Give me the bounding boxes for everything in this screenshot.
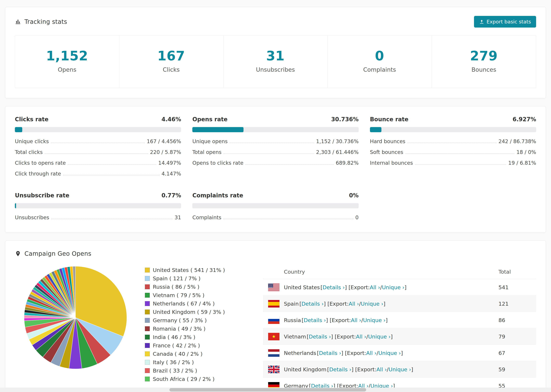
metric-row: Total clicks220 / 5.87% <box>15 147 181 158</box>
metric-value: 14.497% <box>158 160 181 166</box>
export-basic-stats-button[interactable]: Export basic stats <box>474 16 536 28</box>
export-unique-link[interactable]: Unique › <box>389 366 411 372</box>
legend-item: Canada ( 40 / 2% ) <box>145 351 251 357</box>
metric-value: 1,152 / 30.736% <box>316 138 359 144</box>
stat-label: Opens <box>15 66 119 73</box>
map-pin-icon <box>15 251 21 257</box>
stat-box-bounces: 279Bounces <box>432 35 536 88</box>
details-link[interactable]: Details › <box>309 334 331 340</box>
export-unique-link[interactable]: Unique › <box>378 350 401 356</box>
rate-title: Bounce rate <box>370 116 409 123</box>
legend-label: Germany ( 55 / 3% ) <box>153 317 207 323</box>
export-unique-link[interactable]: Unique › <box>361 301 383 307</box>
export-all-link[interactable]: All › <box>366 350 377 356</box>
metric-row: Opens to clicks rate689.82% <box>192 158 359 168</box>
export-unique-link[interactable]: Unique › <box>382 284 404 290</box>
details-link[interactable]: Details › <box>304 317 326 323</box>
table-row-vietnam: Vietnam [Details ›] [Export: All › / Uni… <box>263 328 536 345</box>
link-bracket: ] <box>383 301 385 307</box>
geo-pie-wrap <box>22 265 128 392</box>
metric-label: Soft bounces <box>370 149 403 155</box>
horizontal-scrollbar-thumb[interactable] <box>170 388 366 392</box>
details-link[interactable]: Details › <box>302 301 324 307</box>
details-link[interactable]: Details › <box>323 284 345 290</box>
legend-label: Italy ( 36 / 2% ) <box>153 359 194 365</box>
country-name: United States <box>284 284 320 290</box>
geo-section-title: Campaign Geo Opens <box>24 250 91 257</box>
metric-label: Total clicks <box>15 149 42 155</box>
export-unique-link[interactable]: Unique › <box>368 334 391 340</box>
dotted-leader <box>230 143 314 143</box>
metric-label: Unique opens <box>192 138 228 144</box>
metric-label: Opens to clicks rate <box>192 160 243 166</box>
metric-label: Internal bounces <box>370 160 413 166</box>
link-bracket: ] [Export: <box>345 284 370 290</box>
dotted-leader <box>63 175 160 175</box>
country-name: United Kingdom <box>284 366 326 372</box>
link-bracket: ] [Export: <box>341 350 366 356</box>
progress-bar <box>15 127 181 132</box>
details-link[interactable]: Details › <box>319 350 341 356</box>
legend-swatch <box>145 343 150 348</box>
country-total: 121 <box>498 301 531 307</box>
dotted-leader <box>45 154 148 154</box>
metric-value: 167 / 4.456% <box>147 138 181 144</box>
progress-fill <box>15 203 16 208</box>
legend-item: United Kingdom ( 59 / 3% ) <box>145 309 251 315</box>
metric-row: Total opens2,303 / 61.446% <box>192 147 359 158</box>
metric-value: 0 <box>355 215 359 220</box>
legend-item: India ( 46 / 3% ) <box>145 334 251 340</box>
link-bracket: / <box>376 350 378 356</box>
export-button-label: Export basic stats <box>487 19 531 25</box>
dotted-leader <box>245 164 334 165</box>
tracking-stats-page: Tracking stats Export basic stats 1,152O… <box>0 0 551 392</box>
export-all-link[interactable]: All › <box>351 317 361 323</box>
progress-fill <box>15 127 22 132</box>
tracking-stats-card: Tracking stats Export basic stats 1,152O… <box>5 7 546 98</box>
link-bracket: / <box>366 334 368 340</box>
stat-box-clicks: 167Clicks <box>119 35 224 88</box>
legend-swatch <box>145 268 150 273</box>
rate-title: Unsubscribe rate <box>15 192 69 199</box>
details-link[interactable]: Details › <box>329 366 352 372</box>
geo-opens-card: Campaign Geo Opens United States ( 541 /… <box>5 240 546 392</box>
link-bracket: / <box>361 317 363 323</box>
nl-flag-icon <box>268 349 279 357</box>
export-all-link[interactable]: All › <box>376 366 387 372</box>
legend-swatch <box>145 309 150 314</box>
stat-value: 31 <box>224 48 327 63</box>
rate-value: 0.77% <box>162 192 181 199</box>
stat-label: Bounces <box>432 66 536 73</box>
legend-label: Romania ( 49 / 3% ) <box>153 326 205 332</box>
rate-block-opens-rate: Opens rate30.736%Unique opens1,152 / 30.… <box>192 116 359 179</box>
metric-label: Total opens <box>192 149 221 155</box>
metric-value: 18 / 0% <box>516 149 536 155</box>
rate-value: 4.46% <box>162 116 181 123</box>
export-all-link[interactable]: All › <box>370 284 380 290</box>
export-unique-link[interactable]: Unique › <box>363 317 386 323</box>
progress-bar <box>370 127 536 132</box>
link-bracket: ] [Export: <box>324 301 349 307</box>
progress-fill <box>370 127 381 132</box>
progress-fill <box>192 127 243 132</box>
metric-label: Click through rate <box>15 171 61 177</box>
link-bracket: [ <box>302 317 304 323</box>
geo-title-row: Campaign Geo Opens <box>15 250 536 257</box>
export-all-link[interactable]: All › <box>356 334 366 340</box>
metric-value: 2,303 / 61.446% <box>316 149 359 155</box>
stat-box-opens: 1,152Opens <box>15 35 119 88</box>
rate-title: Opens rate <box>192 116 227 123</box>
export-all-link[interactable]: All › <box>349 301 359 307</box>
legend-item: South Africa ( 29 / 2% ) <box>145 376 251 382</box>
metric-label: Hard bounces <box>370 138 405 144</box>
link-bracket: [ <box>299 301 302 307</box>
legend-swatch <box>145 284 150 289</box>
legend-swatch <box>145 351 150 356</box>
metric-row: Internal bounces19 / 6.81% <box>370 158 536 168</box>
legend-swatch <box>145 318 150 323</box>
horizontal-scrollbar-track[interactable] <box>0 388 551 392</box>
link-bracket: / <box>359 301 361 307</box>
legend-item: Italy ( 36 / 2% ) <box>145 359 251 365</box>
legend-swatch <box>145 326 150 331</box>
rates-card: Clicks rate4.46%Unique clicks167 / 4.456… <box>5 106 546 233</box>
